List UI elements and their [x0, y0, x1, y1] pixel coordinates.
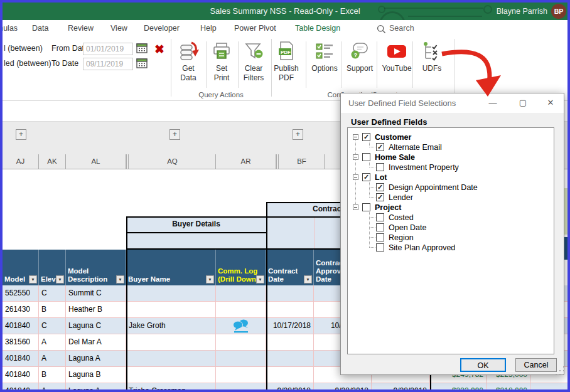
udfs-button[interactable]: UDFs: [415, 40, 449, 73]
column-header-aq[interactable]: AQ: [129, 154, 216, 169]
header-model-description[interactable]: Model Description ▼: [66, 250, 126, 285]
maximize-icon[interactable]: ▢: [512, 93, 534, 112]
youtube-button[interactable]: YouTube: [378, 40, 416, 73]
tree-label[interactable]: Region: [389, 233, 414, 243]
tab-developer[interactable]: Developer: [144, 24, 180, 33]
column-header-ak[interactable]: AK: [39, 154, 66, 169]
publish-pdf-button[interactable]: PDF Publish PDF: [268, 40, 304, 83]
tree-label[interactable]: Alternate Email: [389, 142, 442, 152]
clear-filters-button[interactable]: Clear Filters: [237, 40, 271, 83]
tree-label[interactable]: Lot: [375, 172, 387, 183]
tab-data[interactable]: Data: [32, 24, 48, 33]
cell-model[interactable]: 401840: [3, 367, 39, 383]
cell-comm-log[interactable]: [216, 318, 266, 334]
cell-contract-date[interactable]: [266, 285, 314, 301]
cell-description[interactable]: Heather B: [66, 302, 126, 317]
tree-label[interactable]: Design Appointment Date: [389, 183, 478, 193]
checkbox-checked[interactable]: ✓: [376, 183, 384, 191]
cell-approved-date[interactable]: 9/28/2018: [314, 383, 372, 392]
collapse-icon[interactable]: [353, 174, 358, 180]
cell-elev[interactable]: B: [39, 302, 66, 317]
dialog-title-bar[interactable]: User Defined Field Selections — ▢ ✕: [341, 93, 564, 113]
header-buyer-name[interactable]: Buyer Name ▼: [126, 250, 216, 285]
to-date-input[interactable]: [83, 58, 133, 70]
checkbox-checked[interactable]: ✓: [376, 143, 384, 151]
clear-dates-icon[interactable]: ✖: [154, 43, 164, 55]
cell-contract-date[interactable]: [266, 302, 314, 317]
cell-contract-date[interactable]: 9/28/2018: [266, 383, 314, 392]
cell-contract-date[interactable]: [266, 351, 314, 366]
cell-model[interactable]: 401840: [3, 383, 39, 392]
filter-dropdown-icon[interactable]: ▼: [256, 275, 264, 283]
cell-description[interactable]: Laguna A: [66, 383, 126, 392]
close-icon[interactable]: ✕: [540, 93, 561, 112]
tree-label[interactable]: Customer: [375, 132, 411, 142]
cell[interactable]: [530, 383, 567, 392]
cell-model[interactable]: 381560: [3, 334, 39, 350]
cell-model[interactable]: 401840: [3, 351, 39, 366]
search-icon[interactable]: [377, 24, 386, 34]
cell-model[interactable]: 261430: [3, 302, 39, 317]
cell-description[interactable]: Del Mar A: [66, 334, 126, 350]
cell-elev[interactable]: A: [39, 334, 66, 350]
column-header-aj[interactable]: AJ: [3, 154, 39, 169]
cell-close-date[interactable]: 9/28/2018: [372, 383, 430, 392]
filter-dropdown-icon[interactable]: ▼: [29, 275, 37, 283]
checkbox-checked[interactable]: ✓: [376, 193, 384, 201]
cell-contract-date[interactable]: 10/17/2018: [266, 318, 314, 334]
cell-price[interactable]: $218,000: [487, 383, 530, 392]
filter-option-label-2[interactable]: led (between): [4, 59, 51, 68]
tree-label[interactable]: Open Date: [389, 223, 426, 233]
header-comm-log[interactable]: Comm. Log (Drill Down) ▼: [216, 250, 266, 285]
tree-label[interactable]: Investment Property: [389, 162, 459, 172]
filter-dropdown-icon[interactable]: ▼: [56, 275, 64, 283]
cell-description[interactable]: Laguna C: [66, 318, 126, 334]
column-header-al[interactable]: AL: [66, 154, 126, 169]
checkbox-unchecked[interactable]: [376, 223, 384, 231]
header-contract-date[interactable]: Contract Date ▼: [266, 250, 314, 285]
cell-contract-date[interactable]: [266, 367, 314, 383]
filter-dropdown-icon[interactable]: ▼: [304, 275, 312, 283]
cell-comm-log[interactable]: [216, 302, 266, 317]
cell-model[interactable]: 401840: [3, 318, 39, 334]
calendar-icon[interactable]: [136, 58, 148, 69]
cancel-button[interactable]: Cancel: [515, 358, 557, 372]
avatar[interactable]: BP: [551, 4, 566, 19]
options-button[interactable]: Options: [306, 40, 343, 73]
tab-view[interactable]: View: [110, 24, 127, 33]
cell-buyer[interactable]: [126, 302, 216, 317]
tree-label[interactable]: Home Sale: [375, 152, 415, 162]
calendar-icon[interactable]: [136, 43, 148, 54]
get-data-button[interactable]: Get Data: [171, 40, 205, 83]
tree-label[interactable]: Costed: [389, 213, 414, 223]
cell-elev[interactable]: A: [39, 383, 66, 392]
set-print-button[interactable]: Set Print: [205, 40, 239, 83]
tab-table-design[interactable]: Table Design: [295, 24, 340, 33]
collapse-icon[interactable]: [353, 134, 358, 140]
checkbox-unchecked[interactable]: [376, 233, 384, 241]
collapse-icon[interactable]: [353, 204, 358, 210]
search-box[interactable]: Search: [389, 24, 414, 33]
tree-label[interactable]: Site Plan Approved: [389, 243, 455, 253]
header-model[interactable]: Model ▼: [3, 250, 39, 285]
cell-buyer[interactable]: Trisha Crossman: [126, 383, 216, 392]
tree-label[interactable]: Lender: [389, 193, 413, 203]
cell-elev[interactable]: C: [39, 285, 66, 301]
tab-help[interactable]: Help: [200, 24, 217, 33]
cell-elev[interactable]: B: [39, 367, 66, 383]
cell-comm-log[interactable]: [216, 367, 266, 383]
cell-elev[interactable]: C: [39, 318, 66, 334]
chat-icon[interactable]: [232, 319, 250, 334]
checkbox-checked[interactable]: ✓: [362, 173, 370, 181]
account-name[interactable]: Blayne Parrish: [497, 7, 547, 16]
checkbox-checked[interactable]: ✓: [362, 133, 370, 141]
checkbox-unchecked[interactable]: [362, 153, 370, 161]
cell-elev[interactable]: A: [39, 351, 66, 366]
cell-description[interactable]: Laguna B: [66, 367, 126, 383]
column-header-ar[interactable]: AR: [216, 154, 276, 169]
cell-buyer[interactable]: Jake Groth: [126, 318, 216, 334]
tree-label[interactable]: Project: [375, 203, 401, 213]
minimize-icon[interactable]: —: [482, 93, 503, 112]
ok-button[interactable]: OK: [460, 358, 506, 372]
cell-buyer[interactable]: [126, 334, 216, 350]
